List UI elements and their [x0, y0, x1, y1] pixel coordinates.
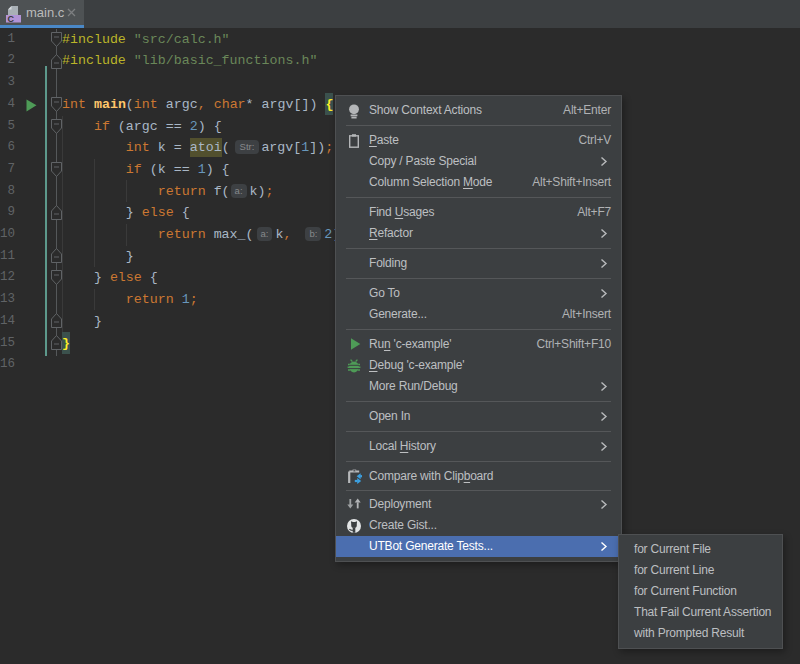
svg-text:C: C [8, 14, 15, 24]
